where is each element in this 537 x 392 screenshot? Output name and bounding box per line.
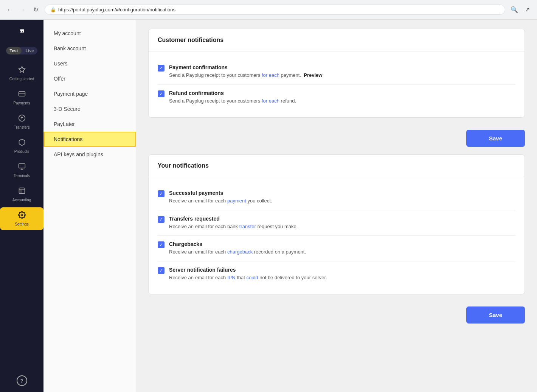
app: ❞ Test Live Getting started Payments — [0, 20, 537, 392]
sidebar-item-getting-started[interactable]: Getting started — [0, 62, 43, 85]
browser-actions: 🔍 ↗ — [509, 5, 532, 15]
getting-started-icon — [18, 66, 26, 75]
your-save-wrapper: Save — [148, 303, 525, 325]
successful-payments-checkbox[interactable]: ✓ — [158, 190, 165, 197]
customer-notifications-card: Customer notifications ✓ Payment confirm… — [148, 29, 525, 118]
svg-rect-8 — [19, 188, 25, 194]
sidebar-label-payments: Payments — [13, 101, 30, 105]
refund-confirmations-checkbox-wrapper[interactable]: ✓ — [158, 90, 165, 97]
sidebar-item-transfers[interactable]: Transfers — [0, 110, 43, 133]
settings-icon — [18, 211, 26, 221]
customer-save-button[interactable]: Save — [466, 130, 525, 147]
env-test-button[interactable]: Test — [6, 47, 22, 54]
sidebar-label-transfers: Transfers — [14, 125, 30, 129]
transfers-requested-desc: Receive an email for each bank transfer … — [169, 223, 515, 230]
sidebar-label-products: Products — [14, 149, 29, 154]
config-nav-3d-secure[interactable]: 3-D Secure — [43, 101, 136, 117]
browser-chrome: ← → ↻ 🔒 https://portal.payplug.com/#/con… — [0, 0, 537, 20]
refund-confirmations-title: Refund confirmations — [169, 90, 515, 96]
url-text: https://portal.payplug.com/#/configurati… — [58, 7, 175, 12]
config-nav-my-account[interactable]: My account — [43, 26, 136, 41]
customer-notifications-title: Customer notifications — [149, 29, 525, 51]
server-failures-desc: Receive an email for each IPN that could… — [169, 274, 515, 282]
chargebacks-checkbox-wrapper[interactable]: ✓ — [158, 241, 165, 248]
chargebacks-item: ✓ Chargebacks Receive an email for each … — [158, 236, 515, 261]
config-nav-payment-page[interactable]: Payment page — [43, 86, 136, 101]
sidebar-item-payments[interactable]: Payments — [0, 86, 43, 109]
logo-icon: ❞ — [14, 26, 29, 41]
env-toggle[interactable]: Test Live — [6, 47, 38, 54]
env-live-button[interactable]: Live — [22, 47, 37, 54]
config-nav-offer[interactable]: Offer — [43, 71, 136, 86]
svg-rect-5 — [19, 164, 25, 168]
payment-for-each-link: for each — [262, 72, 279, 78]
transfers-requested-title: Transfers requested — [169, 216, 515, 222]
checkmark-icon: ✓ — [159, 66, 163, 70]
sidebar-item-accounting[interactable]: Accounting — [0, 183, 43, 206]
help-button[interactable]: ? — [17, 375, 27, 386]
server-notification-failures-item: ✓ Server notification failures Receive a… — [158, 261, 515, 287]
your-notifications-title: Your notifications — [149, 155, 525, 177]
checkmark-icon: ✓ — [159, 191, 163, 196]
your-save-button[interactable]: Save — [466, 306, 525, 324]
server-failures-text: Server notification failures Receive an … — [169, 267, 515, 282]
transfers-requested-checkbox[interactable]: ✓ — [158, 216, 165, 223]
sidebar: ❞ Test Live Getting started Payments — [0, 20, 43, 392]
chargebacks-desc: Receive an email for each chargeback rec… — [169, 248, 515, 256]
config-nav-api-keys[interactable]: API keys and plugins — [43, 147, 136, 162]
chargebacks-checkbox[interactable]: ✓ — [158, 241, 165, 248]
sidebar-item-products[interactable]: Products — [0, 135, 43, 157]
customer-save-wrapper: Save — [148, 127, 525, 148]
preview-link[interactable]: Preview — [304, 72, 322, 78]
payment-confirmations-text: Payment confirmations Send a Payplug rec… — [169, 64, 515, 79]
search-button[interactable]: 🔍 — [509, 5, 520, 15]
browser-nav: ← → ↻ — [5, 5, 41, 15]
customer-notifications-body: ✓ Payment confirmations Send a Payplug r… — [149, 51, 525, 117]
terminals-icon — [18, 163, 26, 172]
share-button[interactable]: ↗ — [522, 5, 532, 15]
sidebar-logo: ❞ — [14, 26, 29, 41]
logo-text: ❞ — [20, 28, 24, 39]
successful-payments-checkbox-wrapper[interactable]: ✓ — [158, 190, 165, 197]
refund-for-each-link: for each — [262, 98, 279, 104]
sidebar-item-terminals[interactable]: Terminals — [0, 159, 43, 182]
config-nav-notifications[interactable]: Notifications — [43, 132, 136, 147]
refund-confirmations-item: ✓ Refund confirmations Send a Payplug re… — [158, 85, 515, 110]
payment-confirmations-checkbox-wrapper[interactable]: ✓ — [158, 65, 165, 72]
transfers-requested-checkbox-wrapper[interactable]: ✓ — [158, 216, 165, 223]
config-nav-paylater[interactable]: PayLater — [43, 117, 136, 132]
successful-payments-desc: Receive an email for each payment you co… — [169, 197, 515, 205]
your-notifications-body: ✓ Successful payments Receive an email f… — [149, 177, 525, 294]
reload-button[interactable]: ↻ — [30, 5, 41, 15]
main-content: Customer notifications ✓ Payment confirm… — [136, 20, 537, 392]
chargebacks-title: Chargebacks — [169, 241, 515, 247]
server-failures-checkbox[interactable]: ✓ — [158, 267, 165, 274]
sidebar-item-settings[interactable]: Settings — [0, 207, 43, 230]
payment-confirmations-item: ✓ Payment confirmations Send a Payplug r… — [158, 59, 515, 85]
server-failures-title: Server notification failures — [169, 267, 515, 273]
svg-point-11 — [21, 214, 23, 216]
address-bar[interactable]: 🔒 https://portal.payplug.com/#/configura… — [45, 5, 505, 15]
chargebacks-text: Chargebacks Receive an email for each ch… — [169, 241, 515, 256]
refund-confirmations-desc: Send a Payplug receipt to your customers… — [169, 97, 515, 105]
payment-confirmations-checkbox[interactable]: ✓ — [158, 65, 165, 72]
transfers-icon — [18, 114, 26, 124]
checkmark-icon: ✓ — [159, 268, 163, 273]
refund-confirmations-checkbox[interactable]: ✓ — [158, 90, 165, 97]
products-icon — [18, 138, 26, 148]
transfer-link: transfer — [239, 224, 256, 229]
sidebar-label-settings: Settings — [15, 222, 28, 226]
server-failures-checkbox-wrapper[interactable]: ✓ — [158, 267, 165, 274]
forward-button[interactable]: → — [17, 5, 28, 15]
back-button[interactable]: ← — [5, 5, 15, 15]
sidebar-bottom: ? — [17, 369, 27, 386]
refund-confirmations-text: Refund confirmations Send a Payplug rece… — [169, 90, 515, 105]
config-nav-users[interactable]: Users — [43, 56, 136, 71]
svg-rect-1 — [19, 92, 25, 96]
successful-payments-title: Successful payments — [169, 190, 515, 196]
sidebar-label-getting-started: Getting started — [9, 77, 34, 81]
payment-confirmations-title: Payment confirmations — [169, 64, 515, 70]
config-nav: My account Bank account Users Offer Paym… — [43, 20, 136, 392]
config-nav-bank-account[interactable]: Bank account — [43, 41, 136, 56]
sidebar-label-terminals: Terminals — [14, 174, 30, 178]
